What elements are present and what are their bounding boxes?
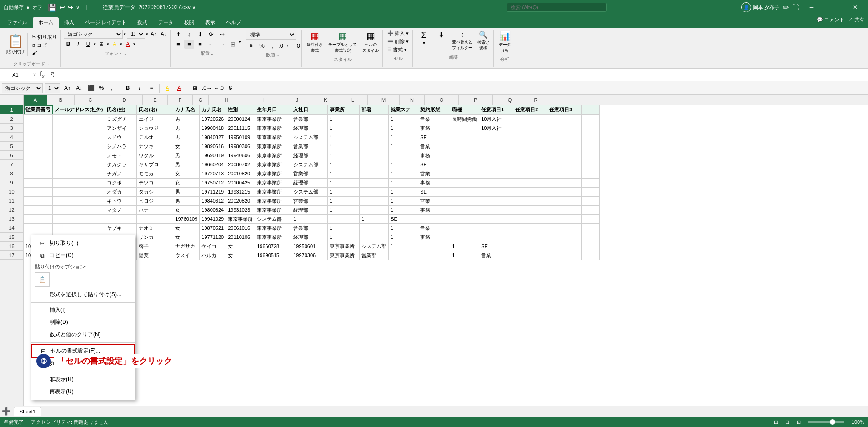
cell-n10[interactable] [450,187,479,196]
cell-k11[interactable] [360,196,389,205]
cell-p11[interactable] [513,196,547,205]
row-header-13[interactable]: 13 [0,214,23,223]
cell-e16[interactable]: ナガサカ [173,242,200,251]
cell-m4[interactable]: SE [418,133,450,142]
cell-h9[interactable]: 東京事業所 [255,178,291,187]
cell-n9[interactable] [450,178,479,187]
row-header-12[interactable]: 12 [0,205,23,214]
col-header-k[interactable]: K [313,95,338,105]
col-header-c[interactable]: C [75,95,106,105]
cell-p16[interactable] [513,242,547,251]
cell-c7[interactable]: タカクラ [105,160,137,169]
cell-a4[interactable] [24,133,53,142]
cell-a11[interactable] [24,196,53,205]
cell-d13[interactable] [137,214,173,223]
cell-j13[interactable] [328,214,360,223]
cell-d8[interactable]: モモカ [137,169,173,178]
row-header-1[interactable]: 1 [0,105,23,114]
tab-data[interactable]: データ [153,17,179,28]
cell-g16[interactable]: 女 [226,242,255,251]
cell-g1[interactable]: 性別 [226,105,255,114]
format-painter-button[interactable]: 🖌 [30,50,59,56]
format-fill-color[interactable]: A [162,83,172,93]
cell-p9[interactable] [513,178,547,187]
cell-q15[interactable] [547,233,582,242]
cell-l6[interactable]: 1 [389,151,418,160]
format-bold[interactable]: B [123,83,133,93]
col-header-r[interactable]: R [527,95,545,105]
cell-i5[interactable]: 営業部 [291,142,328,151]
cell-l1[interactable]: 就業ステ [389,105,418,114]
cell-n16[interactable]: 1 [450,242,479,251]
cell-c2[interactable]: ミズグチ [105,114,137,124]
cell-i2[interactable]: 営業部 [291,114,328,124]
cell-p13[interactable] [513,214,547,223]
format-decrease-font[interactable]: A↓ [74,83,84,93]
col-header-o[interactable]: O [425,95,459,105]
cell-q12[interactable] [547,205,582,214]
sort-filter-button[interactable]: ↕ 並べ替えとフィルター [450,30,474,52]
col-header-l[interactable]: L [338,95,368,105]
cell-reference-input[interactable] [2,71,29,79]
zoom-level[interactable]: 100% [852,419,864,425]
cell-k1[interactable]: 部署 [360,105,389,114]
cell-h2[interactable]: 東京事業所 [255,114,291,124]
cell-f16[interactable]: ケイコ [200,242,226,251]
fill-color-button[interactable]: A [110,40,119,49]
cell-i6[interactable]: 経理部 [291,151,328,160]
cell-k2[interactable] [360,114,389,124]
merge-expand-icon[interactable]: ▾ [239,40,241,49]
cell-o7[interactable] [479,160,513,169]
cell-e4[interactable]: 男 [173,133,200,142]
cell-b10[interactable] [53,187,105,196]
format-italic[interactable]: I [135,83,145,93]
format-comma[interactable]: , [107,83,117,93]
cell-p10[interactable] [513,187,547,196]
cell-l10[interactable]: 1 [389,187,418,196]
cell-m15[interactable]: 事務 [418,233,450,242]
cell-h13[interactable]: システム部 [255,214,291,223]
cell-o13[interactable] [479,214,513,223]
cell-j6[interactable]: 1 [328,151,360,160]
cell-b9[interactable] [53,178,105,187]
cell-n5[interactable] [450,142,479,151]
cell-r8[interactable] [582,169,600,178]
cell-c14[interactable]: ヤブキ [105,223,137,233]
cell-j5[interactable]: 1 [328,142,360,151]
cell-m14[interactable]: 営業 [418,223,450,233]
cell-m17[interactable] [418,251,450,260]
cell-b4[interactable] [53,133,105,142]
cell-c8[interactable]: ナガノ [105,169,137,178]
cell-j2[interactable]: 1 [328,114,360,124]
cell-e9[interactable]: 女 [173,178,200,187]
cell-k12[interactable] [360,205,389,214]
cell-q5[interactable] [547,142,582,151]
cell-m9[interactable]: 事務 [418,178,450,187]
cell-g17[interactable]: 女 [226,251,255,260]
cell-l2[interactable]: 1 [389,114,418,124]
cell-p5[interactable] [513,142,547,151]
format-align[interactable]: ≡ [146,83,156,93]
tab-page-layout[interactable]: ページ レイアウト [80,17,132,28]
cell-o5[interactable] [479,142,513,151]
cell-g7[interactable]: 20080702 [226,160,255,169]
align-middle-button[interactable]: ↕ [184,30,194,39]
decrease-decimal-button[interactable]: ←.0 [290,41,300,50]
cell-q14[interactable] [547,223,582,233]
cell-g8[interactable]: 20010820 [226,169,255,178]
cell-r12[interactable] [582,205,600,214]
cell-l17[interactable] [389,251,418,260]
cell-o14[interactable] [479,223,513,233]
fullscreen-icon[interactable]: ⛶ [793,4,799,11]
cell-d17[interactable]: 陽菜 [137,251,173,260]
cell-e13[interactable]: 19760109 [173,214,200,223]
cell-d10[interactable]: タカシ [137,187,173,196]
cell-h16[interactable]: 19660728 [255,242,291,251]
format-cells-button[interactable]: ☰ 書式 ▾ [386,46,411,54]
cell-f12[interactable]: 19800824 [200,205,226,214]
cell-l7[interactable]: 1 [389,160,418,169]
cell-r3[interactable] [582,124,600,133]
cell-n15[interactable] [450,233,479,242]
cell-q6[interactable] [547,151,582,160]
row-header-6[interactable]: 6 [0,151,23,160]
